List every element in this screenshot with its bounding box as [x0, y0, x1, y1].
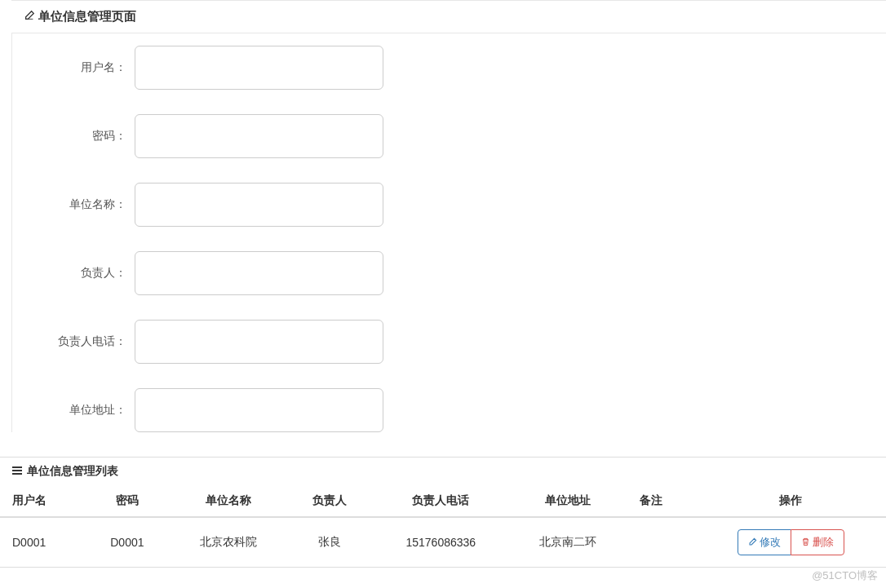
th-leader-phone: 负责人电话	[373, 485, 509, 517]
th-password: 密码	[85, 485, 169, 517]
input-leader[interactable]	[135, 251, 383, 295]
list-section: 单位信息管理列表 用户名 密码 单位名称 负责人 负责人电话 单位地址 备注 操…	[0, 457, 886, 568]
edit-icon	[24, 10, 35, 24]
cell-username: D0001	[0, 517, 85, 568]
label-leader-phone: 负责人电话：	[12, 334, 135, 349]
label-org-name: 单位名称：	[12, 197, 135, 212]
th-address: 单位地址	[509, 485, 627, 517]
input-leader-phone[interactable]	[135, 320, 383, 364]
svg-rect-1	[12, 470, 22, 471]
cell-org-name: 北京农科院	[169, 517, 287, 568]
th-username: 用户名	[0, 485, 85, 517]
delete-label: 删除	[813, 535, 834, 550]
delete-button[interactable]: 删除	[791, 529, 844, 555]
cell-address: 北京南二环	[509, 517, 627, 568]
action-button-group: 修改 删除	[738, 529, 844, 555]
input-username[interactable]	[135, 46, 383, 90]
list-title: 单位信息管理列表	[27, 464, 118, 479]
table-row: D0001 D0001 北京农科院 张良 15176086336 北京南二环	[0, 517, 886, 568]
trash-icon	[801, 537, 810, 549]
form-body: 用户名： 密码： 单位名称： 负责人： 负责人电话： 单位地址：	[11, 33, 886, 432]
svg-rect-0	[12, 466, 22, 468]
cell-actions: 修改 删除	[696, 517, 886, 568]
label-password: 密码：	[12, 129, 135, 144]
field-leader: 负责人：	[12, 251, 886, 295]
th-remark: 备注	[627, 485, 696, 517]
form-panel: 单位信息管理页面 用户名： 密码： 单位名称： 负责人： 负责人电话： 单位地址…	[11, 0, 886, 432]
field-password: 密码：	[12, 114, 886, 158]
field-address: 单位地址：	[12, 388, 886, 432]
th-leader: 负责人	[287, 485, 372, 517]
edit-label: 修改	[760, 535, 781, 550]
th-org-name: 单位名称	[169, 485, 287, 517]
table-header-row: 用户名 密码 单位名称 负责人 负责人电话 单位地址 备注 操作	[0, 485, 886, 517]
cell-password: D0001	[85, 517, 169, 568]
label-username: 用户名：	[12, 60, 135, 75]
panel-heading: 单位信息管理页面	[11, 1, 886, 33]
cell-remark	[627, 517, 696, 568]
svg-rect-2	[12, 473, 22, 475]
cell-leader-phone: 15176086336	[373, 517, 509, 568]
input-address[interactable]	[135, 388, 383, 432]
th-action: 操作	[696, 485, 886, 517]
label-leader: 负责人：	[12, 266, 135, 281]
input-org-name[interactable]	[135, 183, 383, 227]
list-heading: 单位信息管理列表	[0, 457, 886, 485]
field-org-name: 单位名称：	[12, 183, 886, 227]
label-address: 单位地址：	[12, 403, 135, 418]
cell-leader: 张良	[287, 517, 372, 568]
list-icon	[12, 465, 22, 478]
pencil-icon	[748, 537, 757, 549]
field-leader-phone: 负责人电话：	[12, 320, 886, 364]
field-username: 用户名：	[12, 46, 886, 90]
input-password[interactable]	[135, 114, 383, 158]
panel-title: 单位信息管理页面	[38, 9, 136, 24]
watermark: @51CTO博客	[812, 568, 878, 583]
data-table: 用户名 密码 单位名称 负责人 负责人电话 单位地址 备注 操作 D0001 D…	[0, 485, 886, 568]
edit-button[interactable]: 修改	[738, 529, 791, 555]
